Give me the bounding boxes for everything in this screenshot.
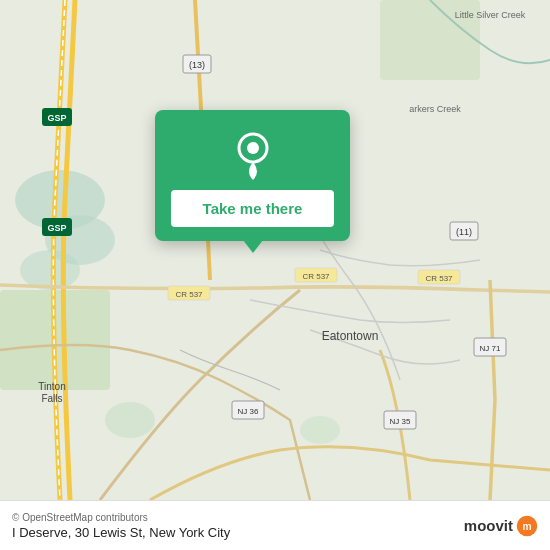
- svg-text:GSP: GSP: [47, 113, 66, 123]
- svg-text:Falls: Falls: [41, 393, 62, 404]
- svg-text:Eatontown: Eatontown: [322, 329, 379, 343]
- svg-text:Tinton: Tinton: [38, 381, 65, 392]
- svg-text:Little Silver Creek: Little Silver Creek: [455, 10, 526, 20]
- svg-point-34: [247, 142, 259, 154]
- map-svg: GSP GSP (13) (11) CR 537 CR 537 CR 537 N…: [0, 0, 550, 500]
- map-container: GSP GSP (13) (11) CR 537 CR 537 CR 537 N…: [0, 0, 550, 500]
- svg-text:m: m: [522, 521, 531, 532]
- popup-card: Take me there: [155, 110, 350, 241]
- svg-point-5: [300, 416, 340, 444]
- svg-text:NJ 35: NJ 35: [390, 417, 411, 426]
- svg-text:CR 537: CR 537: [302, 272, 330, 281]
- svg-text:GSP: GSP: [47, 223, 66, 233]
- svg-text:(11): (11): [456, 227, 472, 237]
- svg-point-4: [105, 402, 155, 438]
- svg-text:(13): (13): [189, 60, 205, 70]
- map-attribution: © OpenStreetMap contributors: [12, 512, 538, 523]
- svg-text:CR 537: CR 537: [175, 290, 203, 299]
- moovit-text: moovit: [464, 517, 513, 534]
- moovit-logo: moovit m: [464, 515, 538, 537]
- svg-point-3: [20, 250, 80, 290]
- pin-icon: [227, 128, 279, 180]
- take-me-there-button[interactable]: Take me there: [171, 190, 334, 227]
- svg-text:arkers Creek: arkers Creek: [409, 104, 461, 114]
- svg-text:NJ 71: NJ 71: [480, 344, 501, 353]
- svg-text:NJ 36: NJ 36: [238, 407, 259, 416]
- moovit-icon: m: [516, 515, 538, 537]
- bottom-bar: © OpenStreetMap contributors I Deserve, …: [0, 500, 550, 550]
- address-label: I Deserve, 30 Lewis St, New York City: [12, 525, 538, 540]
- svg-text:CR 537: CR 537: [425, 274, 453, 283]
